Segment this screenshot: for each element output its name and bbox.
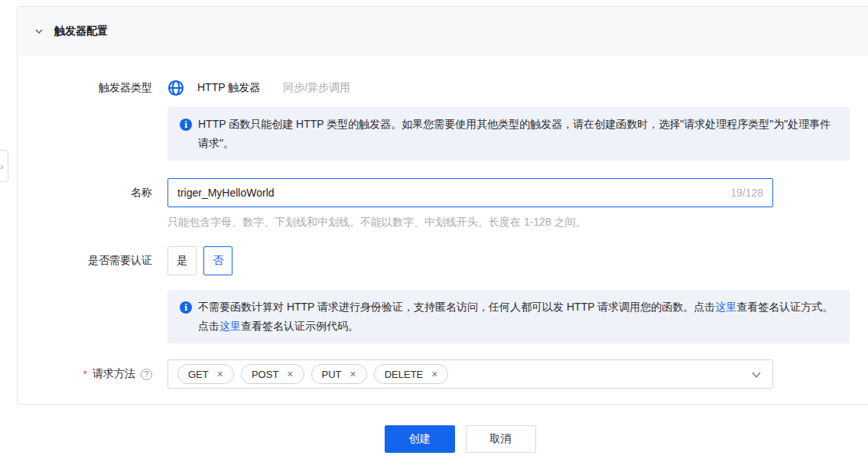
help-icon[interactable]: ? — [141, 369, 152, 380]
request-method-select[interactable]: GET × POST × PUT × DELETE × — [167, 360, 773, 389]
method-tag-label: DELETE — [385, 369, 424, 380]
globe-icon — [167, 80, 184, 96]
http-trigger-notice-text: HTTP 函数只能创建 HTTP 类型的触发器。如果您需要使用其他类型的触发器，… — [198, 115, 837, 153]
remove-tag-icon[interactable]: × — [350, 369, 356, 379]
page: › 触发器配置 触发器类型 HTTP 触发器 同步/异步调用 — [0, 0, 868, 475]
auth-notice-text: 不需要函数计算对 HTTP 请求进行身份验证，支持匿名访问，任何人都可以发 HT… — [198, 298, 837, 336]
request-method-label-group: * 请求方法 ? — [18, 360, 152, 381]
signature-example-link[interactable]: 这里 — [219, 320, 241, 332]
required-asterisk: * — [83, 368, 87, 380]
char-counter: 19/128 — [730, 187, 763, 199]
method-tag-delete: DELETE × — [374, 364, 449, 384]
method-tag-label: PUT — [322, 369, 342, 380]
chevron-down-icon — [34, 26, 44, 37]
remove-tag-icon[interactable]: × — [287, 369, 293, 379]
trigger-config-panel: 触发器配置 触发器类型 HTTP 触发器 同步/异步调用 i HTTP 函数只能… — [17, 6, 868, 405]
auth-toggle-group: 是 否 — [167, 246, 232, 275]
create-button[interactable]: 创建 — [385, 425, 455, 453]
trigger-name-input[interactable] — [177, 187, 723, 199]
method-tag-post: POST × — [241, 364, 304, 384]
name-row: 名称 19/128 只能包含字母、数字、下划线和中划线。不能以数字、中划线开头。… — [18, 178, 868, 229]
auth-label: 是否需要认证 — [18, 246, 152, 268]
trigger-type-row: 触发器类型 HTTP 触发器 同步/异步调用 — [18, 80, 868, 96]
method-tag-label: GET — [188, 369, 209, 380]
http-trigger-notice: i HTTP 函数只能创建 HTTP 类型的触发器。如果您需要使用其他类型的触发… — [167, 107, 850, 161]
expand-sidebar-button[interactable]: › — [0, 150, 8, 182]
chevron-right-icon: › — [0, 161, 3, 172]
signature-auth-link[interactable]: 这里 — [715, 301, 736, 313]
trigger-type-value: HTTP 触发器 — [197, 81, 260, 95]
remove-tag-icon[interactable]: × — [217, 369, 223, 379]
auth-option-yes[interactable]: 是 — [167, 246, 197, 275]
auth-notice-segment: 查看签名认证示例代码。 — [241, 320, 359, 332]
request-method-label: 请求方法 — [93, 367, 135, 381]
panel-title: 触发器配置 — [54, 24, 108, 38]
auth-row: 是否需要认证 是 否 — [18, 246, 868, 275]
info-icon: i — [180, 119, 192, 131]
request-method-row: * 请求方法 ? GET × POST × PUT × — [18, 360, 868, 389]
auth-notice-segment: 不需要函数计算对 HTTP 请求进行身份验证，支持匿名访问，任何人都可以发 HT… — [198, 301, 715, 313]
info-icon: i — [180, 301, 192, 314]
method-tag-put: PUT × — [311, 364, 367, 384]
remove-tag-icon[interactable]: × — [431, 369, 437, 379]
auth-notice: i 不需要函数计算对 HTTP 请求进行身份验证，支持匿名访问，任何人都可以发 … — [167, 290, 850, 343]
method-tag-get: GET × — [177, 364, 234, 384]
name-label: 名称 — [18, 178, 152, 200]
chevron-down-icon — [750, 369, 762, 382]
trigger-invoke-mode: 同步/异步调用 — [283, 81, 350, 95]
panel-header[interactable]: 触发器配置 — [18, 7, 868, 56]
footer-actions: 创建 取消 — [26, 425, 868, 453]
auth-option-no[interactable]: 否 — [203, 246, 232, 275]
trigger-name-input-box: 19/128 — [167, 178, 773, 207]
name-hint: 只能包含字母、数字、下划线和中划线。不能以数字、中划线开头。长度在 1-128 … — [167, 216, 773, 229]
trigger-type-label: 触发器类型 — [18, 81, 152, 95]
method-tag-label: POST — [252, 369, 278, 380]
cancel-button[interactable]: 取消 — [466, 425, 536, 453]
